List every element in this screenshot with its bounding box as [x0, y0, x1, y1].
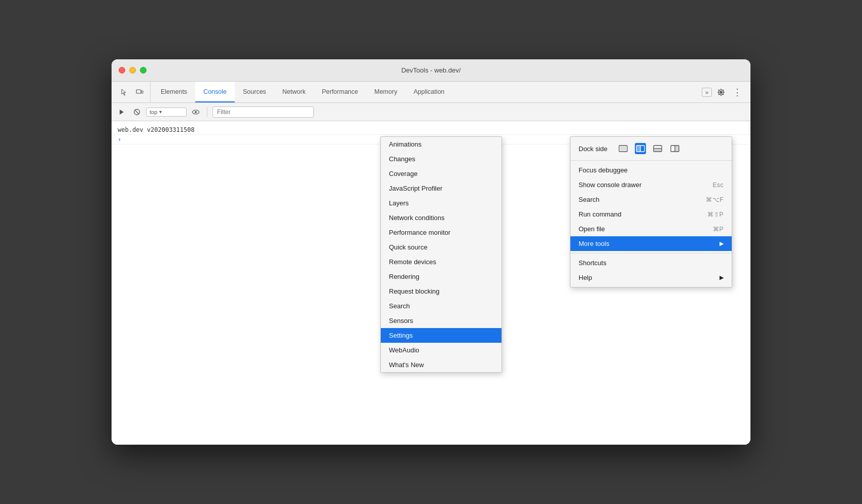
svg-point-16: [195, 111, 197, 113]
tabs-container: Elements Console Sources Network Perform…: [153, 82, 698, 102]
dock-right-button[interactable]: [669, 143, 680, 154]
svg-rect-1: [141, 91, 143, 93]
block-button[interactable]: [131, 106, 143, 118]
menu-item-request-blocking[interactable]: Request blocking: [381, 284, 501, 299]
filter-input[interactable]: [212, 106, 314, 118]
menu-item-sensors[interactable]: Sensors: [381, 313, 501, 328]
more-tabs-button[interactable]: »: [702, 88, 712, 97]
three-dot-menu-button[interactable]: ⋮: [730, 85, 744, 99]
dock-bottom-icon: [653, 145, 662, 152]
dock-left-button[interactable]: [635, 143, 646, 154]
traffic-lights: [119, 67, 147, 74]
menu-item-animations[interactable]: Animations: [381, 137, 501, 152]
more-tools-menu[interactable]: Animations Changes Coverage JavaScript P…: [380, 136, 502, 373]
tab-performance[interactable]: Performance: [314, 82, 367, 102]
inspect-element-button[interactable]: [118, 86, 131, 99]
menu-item-remote-devices[interactable]: Remote devices: [381, 255, 501, 269]
svg-line-14: [135, 110, 139, 114]
device-icon: [135, 88, 143, 96]
svg-marker-12: [120, 110, 124, 115]
settings-button[interactable]: [714, 85, 728, 99]
minimize-button[interactable]: [129, 67, 136, 74]
menu-item-help[interactable]: Help ▶: [570, 270, 732, 285]
clear-console-button[interactable]: [116, 106, 128, 118]
close-button[interactable]: [119, 67, 125, 74]
three-dot-icon: ⋮: [733, 88, 742, 97]
titlebar: DevTools - web.dev/: [112, 59, 750, 82]
menu-item-focus-debuggee[interactable]: Focus debuggee: [570, 163, 732, 177]
main-menu-section: Focus debuggee Show console drawer Esc S…: [570, 161, 732, 254]
cursor-icon: [120, 88, 128, 96]
dock-side-row: Dock side: [570, 139, 732, 158]
console-prompt-symbol: ›: [118, 136, 121, 143]
dock-undock-button[interactable]: [618, 143, 629, 154]
tab-console[interactable]: Console: [195, 82, 235, 102]
play-icon: [118, 109, 125, 116]
help-arrow-icon: ▶: [720, 274, 724, 281]
tab-elements[interactable]: Elements: [153, 82, 195, 102]
dock-left-icon: [636, 145, 645, 152]
dropdown-overlay: Animations Changes Coverage JavaScript P…: [112, 121, 750, 445]
menu-item-performance-monitor[interactable]: Performance monitor: [381, 225, 501, 240]
menu-item-webaudio[interactable]: WebAudio: [381, 343, 501, 357]
block-icon: [133, 109, 140, 116]
svg-rect-26: [675, 146, 679, 152]
chevron-down-icon: ▾: [159, 109, 162, 115]
menu-item-more-tools[interactable]: More tools ▶: [570, 236, 732, 251]
menu-item-rendering[interactable]: Rendering: [381, 269, 501, 284]
menu-item-search[interactable]: Search: [381, 299, 501, 313]
dock-side-section: Dock side: [570, 137, 732, 161]
menu-item-show-console-drawer[interactable]: Show console drawer Esc: [570, 177, 732, 192]
menu-item-shortcuts[interactable]: Shortcuts: [570, 256, 732, 270]
menu-item-network-conditions[interactable]: Network conditions: [381, 210, 501, 225]
menu-item-js-profiler[interactable]: JavaScript Profiler: [381, 181, 501, 196]
svg-rect-23: [654, 149, 662, 152]
tab-memory[interactable]: Memory: [366, 82, 405, 102]
menu-item-coverage[interactable]: Coverage: [381, 166, 501, 181]
console-toolbar: top ▾: [112, 103, 750, 121]
svg-rect-0: [136, 90, 141, 93]
menu-item-run-command[interactable]: Run command ⌘⇧P: [570, 207, 732, 222]
more-tools-arrow-icon: ▶: [720, 240, 724, 247]
window-title: DevTools - web.dev/: [401, 66, 460, 74]
menu-item-layers[interactable]: Layers: [381, 196, 501, 210]
context-label: top: [150, 109, 157, 115]
menu-item-quick-source[interactable]: Quick source: [381, 240, 501, 255]
dock-right-icon: [670, 145, 679, 152]
svg-point-3: [720, 91, 722, 93]
device-toolbar-button[interactable]: [133, 86, 146, 99]
undock-icon: [619, 145, 628, 152]
eye-icon: [192, 109, 200, 115]
three-dot-menu[interactable]: Dock side: [570, 136, 732, 287]
console-version-line: web.dev v202003311508: [112, 125, 750, 135]
menu-item-whats-new[interactable]: What's New: [381, 357, 501, 372]
menu-item-open-file[interactable]: Open file ⌘P: [570, 222, 732, 236]
gear-icon: [717, 88, 725, 96]
toolbar-right: » ⋮: [698, 82, 748, 102]
tab-sources[interactable]: Sources: [235, 82, 274, 102]
toolbar-divider: [207, 107, 207, 117]
toolbar-left: [114, 82, 151, 102]
tab-application[interactable]: Application: [405, 82, 452, 102]
svg-rect-18: [620, 147, 626, 151]
svg-rect-20: [636, 146, 640, 152]
tab-network[interactable]: Network: [274, 82, 314, 102]
menu-item-search[interactable]: Search ⌘⌥F: [570, 192, 732, 207]
maximize-button[interactable]: [140, 67, 147, 74]
tabbar: Elements Console Sources Network Perform…: [112, 82, 750, 103]
shortcuts-help-section: Shortcuts Help ▶: [570, 254, 732, 287]
menu-item-settings[interactable]: Settings: [381, 328, 501, 343]
dock-bottom-button[interactable]: [652, 143, 663, 154]
menu-item-changes[interactable]: Changes: [381, 152, 501, 166]
main-content: web.dev v202003311508 › Animations Chang…: [112, 121, 750, 445]
context-selector[interactable]: top ▾: [146, 107, 187, 117]
devtools-window: DevTools - web.dev/ Elements Console: [112, 59, 750, 445]
live-expressions-button[interactable]: [190, 106, 202, 118]
